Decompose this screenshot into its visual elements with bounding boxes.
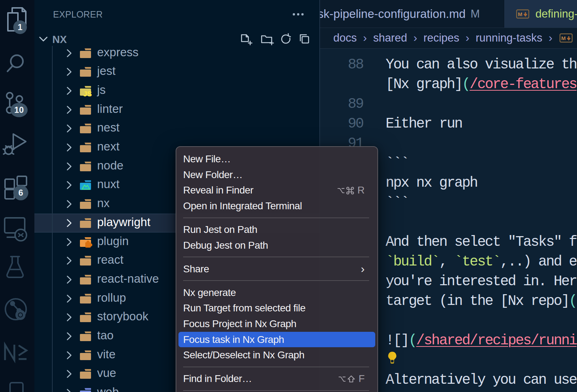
svg-text:M: M [561, 35, 566, 41]
svg-text:1: 1 [18, 22, 22, 32]
svg-text:JS: JS [83, 90, 92, 96]
svg-text:10: 10 [14, 105, 24, 115]
svg-text:6: 6 [18, 188, 23, 197]
svg-text:M: M [518, 11, 523, 17]
